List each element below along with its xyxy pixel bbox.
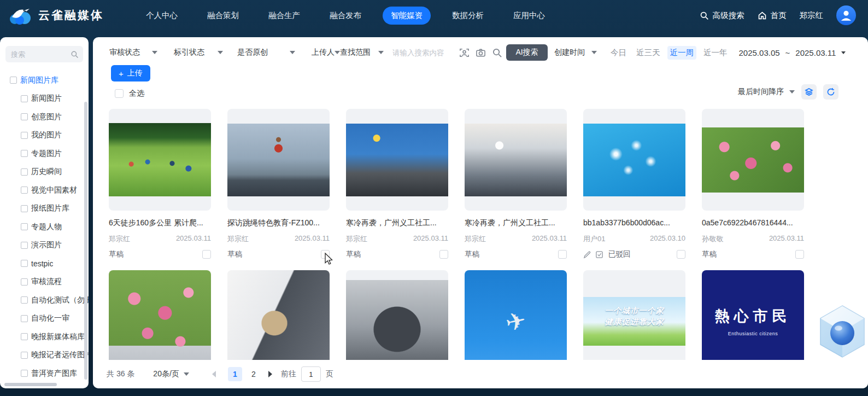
avatar[interactable]: [836, 5, 856, 25]
sidebar-tree-item[interactable]: 历史瞬间: [0, 163, 89, 182]
search-icon[interactable]: [492, 48, 502, 58]
page-size-dropdown[interactable]: 20条/页: [153, 369, 189, 379]
card-title[interactable]: bb1ab3377b6b00d06ac...: [583, 218, 685, 227]
camera-search-icon[interactable]: [476, 48, 486, 58]
checked-box-icon[interactable]: [595, 251, 603, 259]
sidebar-tree-item[interactable]: 视觉中国素材: [0, 181, 89, 200]
sidebar-tree-item[interactable]: 自动化测试（勿删: [0, 291, 89, 310]
card-title[interactable]: 0a5e7c6922b467816444...: [702, 218, 804, 227]
layout-layers-button[interactable]: [801, 84, 817, 100]
prev-page-button[interactable]: [212, 371, 216, 377]
card-image-container[interactable]: [465, 270, 567, 372]
sidebar-tree-item[interactable]: 自动化一审: [0, 310, 89, 328]
time-field-dropdown[interactable]: 创建时间: [554, 48, 597, 57]
card-image-container[interactable]: [346, 109, 448, 211]
tree-expander-icon[interactable]: [21, 223, 28, 230]
ai-search-button[interactable]: AI搜索: [506, 44, 548, 61]
page-number[interactable]: 2: [247, 367, 261, 381]
card-title[interactable]: 6天徒步160多公里 累计爬...: [109, 218, 211, 227]
edit-icon[interactable]: [583, 251, 591, 259]
sidebar-tree-item[interactable]: 报纸图片库: [0, 200, 89, 218]
quick-range-option[interactable]: 近一年: [701, 46, 730, 60]
nav-item[interactable]: 数据分析: [444, 7, 492, 25]
tree-expander-icon[interactable]: [21, 205, 28, 212]
quick-range-option[interactable]: 今日: [608, 46, 629, 60]
nav-item[interactable]: 个人中心: [138, 7, 186, 25]
sidebar-horizontal-scrollbar[interactable]: [4, 383, 57, 386]
search-input[interactable]: [391, 48, 458, 57]
card-image-container[interactable]: [346, 270, 448, 372]
card-image-container[interactable]: [227, 109, 330, 211]
sidebar-tree-item[interactable]: 创意图片: [0, 108, 89, 126]
tree-expander-icon[interactable]: [21, 242, 28, 249]
filter-dropdown[interactable]: 标引状态: [174, 48, 223, 57]
card-checkbox[interactable]: [321, 250, 330, 259]
card-image-container[interactable]: [109, 109, 211, 211]
home-link[interactable]: 首页: [758, 10, 787, 21]
tree-expander-icon[interactable]: [21, 278, 28, 286]
tree-expander-icon[interactable]: [21, 113, 28, 120]
sidebar-tree-item[interactable]: 新闻图片库: [0, 71, 89, 90]
assistant-cube-widget[interactable]: [817, 301, 868, 362]
filter-dropdown[interactable]: 是否原创: [237, 48, 295, 57]
tree-expander-icon[interactable]: [21, 315, 28, 322]
sidebar-tree-item[interactable]: 专题人物: [0, 218, 89, 236]
goto-page-input[interactable]: [301, 366, 321, 382]
tree-expander-icon[interactable]: [21, 333, 28, 340]
sidebar-tree-item[interactable]: 晚报新媒体稿库: [0, 328, 89, 346]
search-scope-dropdown[interactable]: 查找范围: [340, 48, 384, 57]
tree-expander-icon[interactable]: [10, 77, 17, 84]
card-checkbox[interactable]: [558, 250, 567, 259]
tree-expander-icon[interactable]: [21, 150, 28, 157]
sidebar-vertical-scrollbar[interactable]: [84, 102, 87, 380]
tree-expander-icon[interactable]: [21, 95, 28, 102]
nav-item[interactable]: 融合策划: [199, 7, 247, 25]
sort-dropdown[interactable]: 最后时间降序: [738, 87, 795, 97]
sidebar-tree-item[interactable]: testpic: [0, 254, 89, 273]
next-page-button[interactable]: [268, 371, 272, 377]
card-image-container[interactable]: 一个城市一个家 健康促进靠大家: [583, 270, 685, 372]
tree-expander-icon[interactable]: [21, 168, 28, 176]
sidebar-tree-item[interactable]: 普洱资产图库: [0, 364, 89, 383]
tree-expander-icon[interactable]: [21, 260, 28, 267]
card-image-container[interactable]: [465, 109, 567, 211]
tree-expander-icon[interactable]: [21, 352, 28, 359]
card-checkbox[interactable]: [795, 250, 804, 259]
quick-range-option[interactable]: 近三天: [634, 46, 663, 60]
refresh-button[interactable]: [823, 84, 838, 100]
upload-button[interactable]: 上传: [111, 65, 150, 81]
tree-expander-icon[interactable]: [21, 296, 28, 304]
card-image-container[interactable]: [227, 270, 330, 372]
date-range-picker[interactable]: 2025.03.05 ~ 2025.03.11: [739, 48, 846, 57]
card-checkbox[interactable]: [439, 250, 448, 259]
face-search-icon[interactable]: [459, 48, 470, 58]
username[interactable]: 郑宗红: [800, 10, 824, 21]
card-title[interactable]: 探访跳绳特色教育-FZ100...: [227, 218, 330, 227]
sidebar-tree-item[interactable]: 晚报记者远传图片: [0, 346, 89, 365]
sidebar-tree-item[interactable]: 演示图片: [0, 236, 89, 255]
card-image-container[interactable]: [109, 270, 211, 372]
card-title[interactable]: 寒冷再袭，广州义工社工...: [465, 218, 567, 227]
card-checkbox[interactable]: [677, 250, 685, 259]
sidebar-tree-item[interactable]: 审核流程: [0, 273, 89, 292]
select-all-checkbox[interactable]: [115, 89, 124, 98]
nav-item[interactable]: 应用中心: [505, 7, 553, 25]
nav-item[interactable]: 融合生产: [260, 7, 308, 25]
tree-expander-icon[interactable]: [21, 132, 28, 139]
filter-dropdown[interactable]: 上传人: [312, 48, 340, 57]
card-image-container[interactable]: 熱心市民 Enthusiastic citizens: [702, 270, 804, 372]
sidebar-tree-item[interactable]: 我的图片: [0, 126, 89, 145]
quick-range-option[interactable]: 近一周: [667, 46, 697, 60]
page-number[interactable]: 1: [228, 367, 242, 381]
card-title[interactable]: 寒冷再袭，广州义工社工...: [346, 218, 448, 227]
sidebar-tree-item[interactable]: 专题图片: [0, 144, 89, 163]
advanced-search-link[interactable]: 高级搜索: [700, 10, 744, 21]
nav-item[interactable]: 智能媒资: [383, 7, 431, 25]
nav-item[interactable]: 融合发布: [321, 7, 370, 25]
card-image-container[interactable]: [583, 109, 685, 211]
tree-expander-icon[interactable]: [21, 370, 28, 377]
card-checkbox[interactable]: [202, 250, 211, 259]
filter-dropdown[interactable]: 审核状态: [109, 48, 157, 57]
sidebar-tree-item[interactable]: 新闻图片: [0, 90, 89, 108]
tree-expander-icon[interactable]: [21, 187, 28, 194]
